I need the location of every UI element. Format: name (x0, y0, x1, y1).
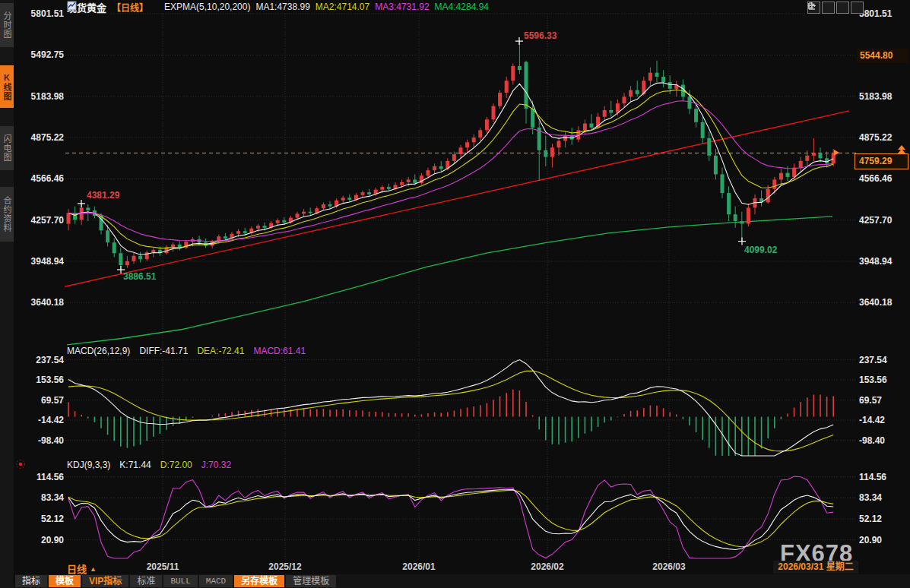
axis-tick-label: 3948.94 (859, 256, 892, 267)
axis-tick-label: -98.40 (859, 435, 885, 446)
axis-tick-label: 52.12 (859, 514, 882, 524)
axis-tick-label: 4257.70 (17, 215, 64, 226)
macd-diff-value: DIFF:-41.71 (139, 346, 188, 356)
axis-tick-label: 69.57 (859, 395, 882, 406)
axis-tick-label: 153.56 (859, 375, 887, 385)
axis-tick-label: 5183.98 (859, 91, 892, 102)
macd-dea-value: DEA:-72.41 (197, 346, 244, 356)
kdj-d-value: D:72.00 (160, 460, 192, 470)
chart-tools (807, 2, 864, 14)
ma2-value: MA2:4714.07 (315, 2, 369, 12)
axis-tick-label: 20.90 (859, 535, 882, 545)
annotation-peak: 5596.33 (524, 30, 556, 41)
button-macd[interactable]: MACD (199, 575, 233, 587)
macd-macd-value: MACD:61.41 (253, 346, 306, 356)
axis-tick-label: 5492.75 (17, 49, 64, 60)
axis-tick-label: 69.57 (17, 395, 64, 406)
axis-tick-label: 4875.22 (859, 132, 892, 143)
kdj-panel-header: KDJ(9,3,3) K:71.44 D:72.00 J:70.32 (67, 460, 231, 470)
axis-tick-label: -14.42 (17, 415, 64, 425)
axis-tick-label: 5801.51 (859, 8, 892, 19)
axis-tick-label: 3640.18 (859, 297, 892, 308)
axis-tick-label: 153.56 (17, 375, 64, 385)
current-date-label: 2026/03/31 星期二 (773, 561, 858, 574)
pan-right-icon[interactable] (851, 2, 864, 14)
axis-tick-label: -14.42 (859, 415, 885, 425)
period-text: 日线 (67, 564, 87, 575)
annotation-swing-low: 3886.51 (123, 271, 156, 282)
x-axis-month-label: 2026/02 (523, 561, 572, 572)
fit-y-axis-icon[interactable] (822, 2, 835, 14)
kdj-j-value: J:70.32 (201, 460, 231, 470)
x-axis-month-label: 2026/01 (395, 561, 443, 572)
ma3-value: MA3:4731.92 (375, 2, 429, 12)
axis-tick-label: 114.56 (17, 472, 64, 482)
x-axis-month-label: 2025/12 (261, 561, 309, 572)
sidebar-item-kline[interactable]: K线图 (0, 65, 14, 108)
macd-panel-header: MACD(26,12,9) DIFF:-41.71 DEA:-72.41 MAC… (67, 346, 306, 356)
button-manage-templates[interactable]: 管理模板 (286, 575, 336, 587)
axis-tick-label: 20.90 (17, 535, 64, 545)
button-templates[interactable]: 模板 (49, 575, 81, 587)
x-axis-month-label: 2025/11 (138, 561, 187, 572)
axis-tick-label: 52.12 (17, 514, 64, 524)
ma1-value: MA1:4738.99 (255, 2, 309, 12)
last-price-label: 4759.29 (855, 153, 908, 169)
annotation-trough: 4099.02 (744, 245, 777, 255)
kdj-k-value: K:71.44 (119, 460, 151, 470)
macd-title: MACD(26,12,9) (67, 346, 130, 356)
axis-tick-label: 83.34 (859, 492, 882, 503)
up-triangle-icon: ▲ (90, 565, 97, 573)
axis-tick-label: 4566.46 (17, 173, 64, 184)
period-tag[interactable]: 【日线】 (112, 1, 148, 14)
ma4-value: MA4:4284.94 (435, 2, 489, 12)
session-high-label: 5544.80 (857, 49, 908, 63)
axis-tick-label: 4566.46 (859, 173, 892, 184)
sidebar-item-lightning[interactable]: 闪电图 (0, 126, 14, 170)
left-sidebar: 分时图 K线图 闪电图 合约资料 (0, 0, 14, 588)
annotation-swing-high: 4381.29 (87, 190, 119, 201)
axis-tick-label: 4257.70 (859, 215, 892, 226)
button-save-template[interactable]: 另存模板 (234, 575, 284, 587)
app-window: 5801.515801.515492.755492.755183.985183.… (0, 0, 910, 588)
axis-tick-label: 5801.51 (17, 8, 64, 19)
button-indicators[interactable]: 指标 (15, 575, 47, 587)
axis-tick-label: 114.56 (859, 472, 886, 482)
fit-x-axis-icon[interactable] (836, 2, 849, 14)
chart-header: 现货黄金 【日线】 EXPMA(5,10,20,200) MA1:4738.99… (67, 1, 489, 13)
button-standard[interactable]: 标准 (130, 575, 162, 587)
axis-tick-label: 3948.94 (17, 256, 64, 267)
button-bull[interactable]: BULL (163, 575, 197, 587)
axis-tick-label: 4875.22 (17, 132, 64, 143)
bottom-toolbar: 指标 模板 VIP指标 标准 BULL MACD 另存模板 管理模板 (0, 574, 910, 588)
sidebar-item-timeshare[interactable]: 分时图 (0, 3, 14, 47)
x-axis-month-label: 2026/03 (645, 561, 693, 572)
axis-tick-label: 237.54 (859, 355, 887, 365)
axis-tick-label: 5183.98 (17, 91, 64, 102)
expma-label: EXPMA(5,10,20,200) (164, 2, 250, 12)
axis-tick-label: 83.34 (17, 492, 64, 503)
axis-tick-label: 237.54 (17, 355, 64, 365)
sidebar-item-contract-info[interactable]: 合约资料 (0, 187, 14, 242)
axis-tick-label: -98.40 (17, 435, 64, 446)
kdj-title: KDJ(9,3,3) (67, 460, 110, 470)
button-vip-indicators[interactable]: VIP指标 (82, 575, 128, 587)
axis-tick-label: 3640.18 (17, 297, 64, 308)
